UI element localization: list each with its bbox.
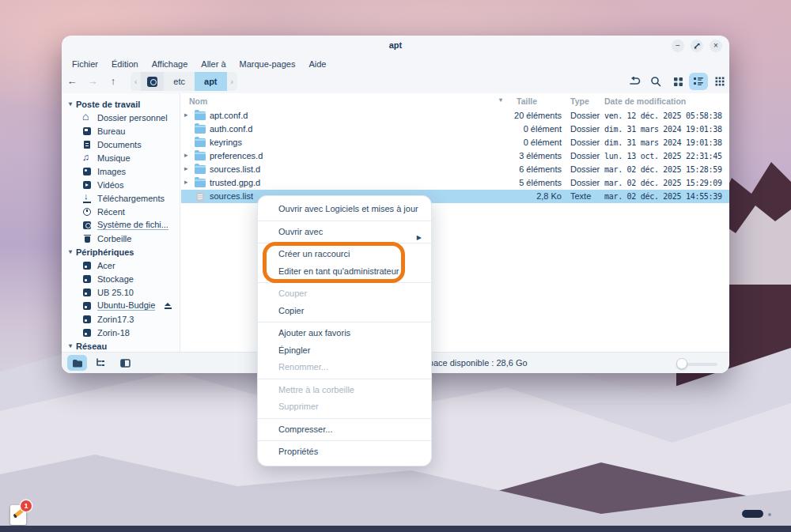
sidepanel-toggle-button[interactable] <box>115 355 135 371</box>
forward-button[interactable]: → <box>84 73 101 90</box>
zoom-slider-knob[interactable] <box>676 358 687 369</box>
sidebar-item-label: Système de fichi... <box>97 220 168 231</box>
expander-icon[interactable]: ▸ <box>184 178 188 186</box>
sidebar-item-label: Stockage <box>97 274 134 284</box>
menu-separator <box>258 379 431 379</box>
breadcrumb-root-button[interactable] <box>141 72 164 91</box>
sidebar-item-zorin-18[interactable]: Zorin-18 <box>62 326 180 339</box>
file-name: sources.list.d <box>210 164 260 174</box>
file-name: auth.conf.d <box>210 124 252 134</box>
breadcrumb-right-chevron-icon[interactable]: › <box>227 72 237 91</box>
menubar-item--dition[interactable]: Édition <box>112 59 138 69</box>
sidebar-item-ubuntu-budgie[interactable]: Ubuntu-Budgie <box>62 299 180 312</box>
sidebar-item-zorin17-3[interactable]: Zorin17.3 <box>62 312 180 326</box>
menubar-item-aide[interactable]: Aide <box>308 59 326 69</box>
menu-item-propri-t-s[interactable]: Propriétés <box>258 443 431 461</box>
column-header-name[interactable]: Nom <box>189 96 207 106</box>
column-header-date[interactable]: Date de modification <box>604 96 686 106</box>
notes-desktop-icon[interactable]: 1 <box>10 504 29 526</box>
sidebar-section-r-seau[interactable]: ▾Réseau <box>62 339 180 352</box>
sidebar-item-label: Documents <box>97 140 142 149</box>
maximize-button[interactable] <box>691 40 703 52</box>
sidebar-item-ub-25-10[interactable]: UB 25.10 <box>62 285 180 299</box>
list-view-button[interactable] <box>689 73 708 90</box>
places-toggle-button[interactable] <box>67 355 87 371</box>
menu-item-compresser[interactable]: Compresser... <box>258 421 431 439</box>
search-icon <box>650 76 661 87</box>
zoom-slider[interactable] <box>676 359 717 368</box>
file-row-preferences-d[interactable]: ▸preferences.d3 élémentsDossierlun. 13 o… <box>181 149 729 163</box>
sidebar-item-musique[interactable]: Musique <box>62 151 180 164</box>
menubar-item-marque-pages[interactable]: Marque-pages <box>240 59 296 69</box>
submenu-arrow-icon: ▶ <box>417 229 422 247</box>
breadcrumb-apt[interactable]: apt <box>195 72 227 91</box>
sidebar-item-images[interactable]: Images <box>62 164 180 178</box>
column-header-type[interactable]: Type <box>570 96 589 106</box>
sidebar-item-documents[interactable]: Documents <box>62 138 180 151</box>
breadcrumb-etc[interactable]: etc <box>164 72 195 91</box>
eject-icon[interactable] <box>165 303 172 309</box>
sidebar-item-vid-os[interactable]: Vidéos <box>62 178 180 191</box>
sidebar-section-poste-de-travail[interactable]: ▾Poste de travail <box>62 97 180 111</box>
expander-icon[interactable]: ▸ <box>184 164 188 172</box>
sort-indicator-icon[interactable]: ▾ <box>499 96 502 104</box>
file-date: mar. 02 déc. 2025 14:55:39 <box>604 192 722 201</box>
menu-item-copier[interactable]: Copier <box>258 303 431 320</box>
compact-view-icon <box>715 77 725 86</box>
expander-icon[interactable]: ▸ <box>184 151 188 159</box>
toggle-location-button[interactable] <box>625 73 644 90</box>
file-row-trusted-gpg-d[interactable]: ▸trusted.gpg.d5 élémentsDossiermar. 02 d… <box>181 176 729 190</box>
chevron-down-icon: ▾ <box>69 342 72 349</box>
menu-item-ajouter-aux-favoris[interactable]: Ajouter aux favoris <box>258 325 431 342</box>
back-button[interactable]: ← <box>63 73 81 90</box>
menu-item-ouvrir-avec-logiciels-et-mises-jour[interactable]: Ouvrir avec Logiciels et mises à jour <box>258 201 431 218</box>
file-type: Dossier <box>570 178 600 187</box>
menubar-item-fichier[interactable]: Fichier <box>72 59 98 69</box>
menu-separator <box>258 221 431 221</box>
expander-icon[interactable]: ▸ <box>184 111 188 119</box>
sidebar-section-p-riph-riques[interactable]: ▾Périphériques <box>62 245 180 258</box>
search-button[interactable] <box>646 73 665 90</box>
sidebar-item-dossier-personnel[interactable]: Dossier personnel <box>62 111 180 124</box>
file-name: sources.list <box>210 191 253 201</box>
breadcrumb-left-chevron-icon[interactable]: ‹ <box>131 72 141 91</box>
close-button[interactable]: × <box>710 40 722 52</box>
treeview-toggle-button[interactable] <box>90 355 110 371</box>
sidebar-section-label: Périphériques <box>76 247 134 257</box>
sidebar-item-acer[interactable]: Acer <box>62 258 180 272</box>
menu-item-pingler[interactable]: Épingler <box>258 342 431 360</box>
file-row-sources-list-d[interactable]: ▸sources.list.d6 élémentsDossiermar. 02 … <box>181 163 729 176</box>
sidebar-item-r-cent[interactable]: Récent <box>62 205 180 218</box>
column-header-size[interactable]: Taille <box>517 96 537 106</box>
sidebar-item-corbeille[interactable]: Corbeille <box>62 232 180 245</box>
drive-icon <box>82 274 92 284</box>
compact-view-button[interactable] <box>710 73 729 90</box>
menubar: FichierÉditionAffichageAller àMarque-pag… <box>62 56 729 71</box>
file-name: trusted.gpg.d <box>210 178 260 187</box>
menubar-item-affichage[interactable]: Affichage <box>152 59 188 69</box>
taskbar[interactable] <box>0 526 791 532</box>
file-row-apt-conf-d[interactable]: ▸apt.conf.d20 élémentsDossierven. 12 déc… <box>181 109 729 123</box>
icon-view-button[interactable] <box>668 73 687 90</box>
folder-icon <box>195 138 206 147</box>
up-button[interactable]: ↑ <box>104 73 122 90</box>
file-size: 3 éléments <box>519 151 562 160</box>
menu-item-ouvrir-avec[interactable]: Ouvrir avec▶ <box>258 224 431 241</box>
tree-icon <box>95 358 105 368</box>
panel-dot-indicator[interactable] <box>768 513 771 516</box>
sidebar-item-stockage[interactable]: Stockage <box>62 272 180 285</box>
file-row-keyrings[interactable]: keyrings0 élémentDossierdim. 31 mars 202… <box>181 136 729 149</box>
file-name: apt.conf.d <box>210 111 248 120</box>
file-row-auth-conf-d[interactable]: auth.conf.d0 élémentDossierdim. 31 mars … <box>181 123 729 136</box>
screen: apt − × FichierÉditionAffichageAller àMa… <box>0 0 791 532</box>
titlebar[interactable]: apt − × <box>62 36 729 56</box>
panel-pill-indicator[interactable] <box>742 510 763 518</box>
sidebar-item-bureau[interactable]: Bureau <box>62 124 180 138</box>
sidebar-item-label: Vidéos <box>97 180 123 190</box>
sidebar-item-t-l-chargements[interactable]: Téléchargements <box>62 191 180 205</box>
sidebar-item-syst-me-de-fichi-[interactable]: Système de fichi... <box>62 218 180 232</box>
minimize-button[interactable]: − <box>672 40 684 52</box>
menubar-item-aller-[interactable]: Aller à <box>201 59 225 69</box>
location-arrow-icon <box>629 77 641 86</box>
file-date: mar. 02 déc. 2025 15:28:59 <box>604 165 722 174</box>
